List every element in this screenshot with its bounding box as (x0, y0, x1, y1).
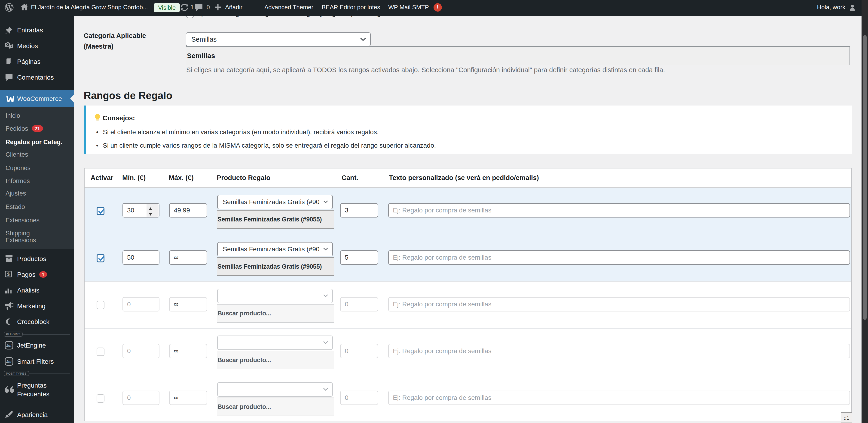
svg-text:Jet: Jet (6, 343, 12, 347)
svg-text:$: $ (7, 272, 10, 277)
svg-text:Jet: Jet (6, 359, 12, 364)
